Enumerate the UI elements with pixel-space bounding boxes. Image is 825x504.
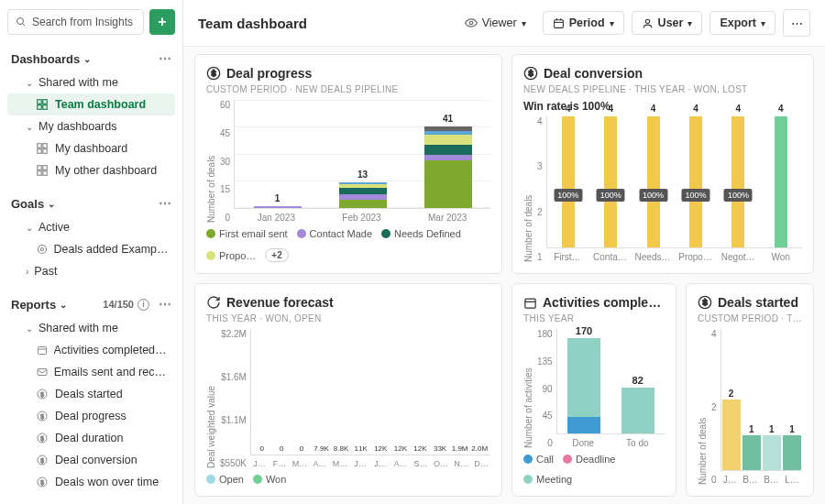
nav-report[interactable]: Emails sent and received xyxy=(7,361,175,383)
chevron-down-icon: ⌄ xyxy=(48,199,55,209)
legend-item[interactable]: Meeting xyxy=(523,474,572,485)
search-placeholder: Search from Insights xyxy=(32,16,133,28)
section-dashboards[interactable]: Dashboards xyxy=(11,52,80,66)
period-dropdown[interactable]: Period ▾ xyxy=(543,11,624,35)
section-goals[interactable]: Goals xyxy=(11,197,44,211)
y-axis-label: Deal weighted value xyxy=(206,329,216,468)
period-label: Period xyxy=(569,16,605,29)
nav-my-other-dashboard[interactable]: My other dashboard xyxy=(7,159,175,181)
dollar-icon: $ xyxy=(523,66,538,81)
nav-label: Shared with me xyxy=(38,76,118,89)
card-subtitle: THIS YEAR xyxy=(523,313,665,323)
nav-report[interactable]: $Deal progress xyxy=(7,405,175,427)
chevron-down-icon: ⌄ xyxy=(83,54,91,64)
chevron-down-icon: ⌄ xyxy=(26,323,33,334)
legend-item[interactable]: Won xyxy=(253,474,286,485)
nav-label: Past xyxy=(34,265,57,278)
user-icon xyxy=(642,17,654,29)
dollar-icon: $ xyxy=(37,389,50,400)
nav-shared-with-me[interactable]: ⌄Shared with me xyxy=(7,71,175,93)
svg-rect-13 xyxy=(43,171,48,176)
dollar-icon: $ xyxy=(698,295,712,310)
svg-text:$: $ xyxy=(40,479,44,486)
nav-my-dashboards[interactable]: ⌄My dashboards xyxy=(7,115,175,137)
dollar-icon: $ xyxy=(37,411,50,422)
nav-active-goals[interactable]: ⌄Active xyxy=(7,216,175,238)
svg-rect-6 xyxy=(38,144,42,148)
section-reports[interactable]: Reports xyxy=(11,298,56,312)
svg-line-1 xyxy=(23,24,26,27)
nav-report[interactable]: $Deal duration xyxy=(7,427,175,449)
nav-report[interactable]: Activities completed an… xyxy=(7,339,175,361)
svg-rect-39 xyxy=(525,299,535,308)
y-axis-label: Number of activities xyxy=(523,329,534,448)
y-axis-label: Number of deals xyxy=(698,329,708,485)
chevron-down-icon: ▾ xyxy=(688,18,692,28)
card-title: Deal conversion xyxy=(544,66,643,81)
nav-label: Deal progress xyxy=(55,410,126,422)
search-icon xyxy=(16,16,27,27)
section-more-icon[interactable]: ⋯ xyxy=(159,51,171,66)
section-more-icon[interactable]: ⋯ xyxy=(159,196,171,211)
nav-deals-added-example[interactable]: Deals added Example t… xyxy=(7,238,175,260)
more-button[interactable]: ⋯ xyxy=(783,9,810,37)
user-dropdown[interactable]: User ▾ xyxy=(632,11,703,35)
topbar: Team dashboard Viewer ▾ Period ▾ User ▾ xyxy=(183,0,825,47)
section-more-icon[interactable]: ⋯ xyxy=(159,297,171,312)
legend-item[interactable]: Open xyxy=(206,474,244,485)
page-title: Team dashboard xyxy=(198,16,307,31)
card-subtitle: NEW DEALS PIPELINE · THIS YEAR · WON, LO… xyxy=(523,84,802,94)
calendar-icon xyxy=(37,345,49,356)
nav-report[interactable]: $Deals started xyxy=(7,383,175,405)
search-input[interactable]: Search from Insights xyxy=(7,9,144,35)
nav-report[interactable]: $Deals won over time xyxy=(7,471,175,493)
svg-rect-3 xyxy=(43,100,48,104)
activities-chart: Number of activities 18013590450 17082 D… xyxy=(523,329,665,448)
viewer-dropdown[interactable]: Viewer ▾ xyxy=(456,12,535,34)
nav-label: My other dashboard xyxy=(55,164,157,177)
svg-rect-16 xyxy=(38,347,47,355)
dollar-icon: $ xyxy=(37,477,50,488)
chevron-down-icon: ⌄ xyxy=(26,223,33,233)
card-subtitle: CUSTOM PERIOD · THIS IS +1 xyxy=(698,313,802,323)
svg-text:$: $ xyxy=(702,298,708,307)
nav-label: My dashboards xyxy=(38,120,116,133)
chevron-down-icon: ▾ xyxy=(610,18,614,28)
add-button[interactable]: + xyxy=(149,9,175,35)
svg-rect-2 xyxy=(38,100,42,104)
nav-my-dashboard[interactable]: My dashboard xyxy=(7,137,175,159)
chevron-down-icon: ▾ xyxy=(761,18,765,28)
revenue-forecast-chart: Deal weighted value $2.2M$1.6M$1.1M$550K… xyxy=(206,329,490,468)
svg-point-14 xyxy=(38,246,47,254)
chevron-down-icon: ⌄ xyxy=(26,122,33,132)
svg-rect-12 xyxy=(38,171,42,176)
svg-rect-18 xyxy=(38,369,47,376)
card-deals-started: $ Deals started CUSTOM PERIOD · THIS IS … xyxy=(686,283,814,497)
legend-item[interactable]: Needs Defined xyxy=(381,228,461,239)
nav-label: Active xyxy=(38,221,70,234)
nav-report[interactable]: $Deal conversion xyxy=(7,449,175,471)
info-icon[interactable]: i xyxy=(138,299,149,311)
nav-team-dashboard[interactable]: Team dashboard xyxy=(7,93,175,115)
target-icon xyxy=(37,244,49,255)
y-axis-label: Number of deals xyxy=(206,100,216,223)
eye-icon xyxy=(465,16,478,29)
legend-item[interactable]: Call xyxy=(523,454,554,465)
nav-reports-shared[interactable]: ⌄Shared with me xyxy=(7,317,175,339)
card-title: Revenue forecast xyxy=(226,295,334,310)
nav-past-goals[interactable]: ›Past xyxy=(7,260,175,282)
more-badge[interactable]: +2 xyxy=(265,248,288,262)
calendar-icon xyxy=(523,296,537,310)
export-dropdown[interactable]: Export ▾ xyxy=(710,11,776,35)
card-subtitle: CUSTOM PERIOD · NEW DEALS PIPELINE xyxy=(206,84,490,94)
mail-icon xyxy=(37,367,49,378)
reports-count: 14/150 xyxy=(103,299,134,310)
legend-item[interactable]: Contact Made xyxy=(297,228,372,239)
dashboard-icon xyxy=(37,143,50,154)
dashboard-icon xyxy=(37,165,50,176)
svg-rect-4 xyxy=(38,105,42,110)
legend-item[interactable]: Propo… xyxy=(206,250,256,261)
legend-item[interactable]: Deadline xyxy=(563,454,615,465)
legend-item[interactable]: First email sent xyxy=(206,228,288,239)
nav-label: Deal conversion xyxy=(55,454,138,466)
